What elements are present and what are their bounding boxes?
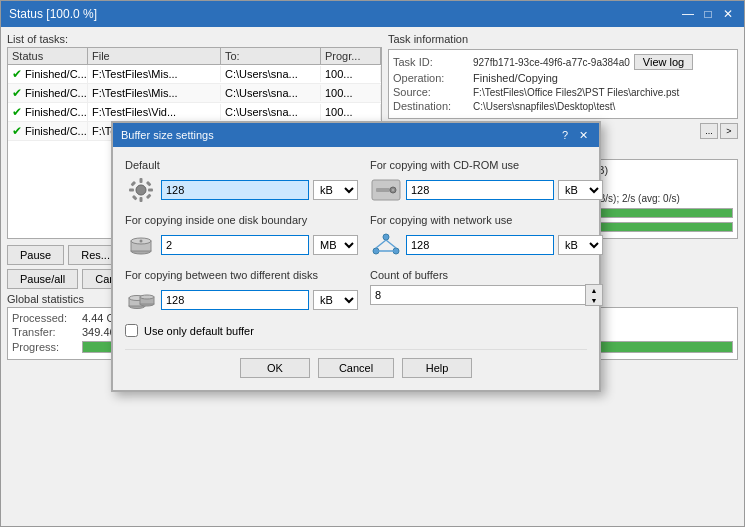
main-window: Status [100.0 %] — □ ✕ List of tasks: St…	[0, 0, 745, 527]
dialog-help-icon-button[interactable]: ?	[557, 128, 573, 142]
table-row[interactable]: ✔ Finished/C... F:\TestFiles\Mis... C:\U…	[8, 84, 381, 103]
dialog-buttons: OK Cancel Help	[125, 349, 587, 378]
operation-row: Operation: Finished/Copying	[393, 72, 733, 84]
spinner-down-button[interactable]: ▼	[586, 295, 602, 305]
svg-rect-6	[146, 181, 152, 187]
network-icon	[370, 229, 402, 261]
source-row: Source: F:\TestFiles\Office Files2\PST F…	[393, 86, 733, 98]
svg-rect-1	[140, 178, 143, 183]
table-row[interactable]: ✔ Finished/C... F:\TestFiles\Mis... C:\U…	[8, 65, 381, 84]
inside-disk-unit-select[interactable]: MB kB GB	[313, 235, 358, 255]
cdrom-label: For copying with CD-ROM use	[370, 159, 603, 171]
row4-status: ✔ Finished/C...	[8, 122, 88, 140]
buffers-field-group: Count of buffers ▲ ▼	[370, 269, 603, 306]
dialog-title-bar: Buffer size settings ? ✕	[113, 123, 599, 147]
check-icon: ✔	[12, 124, 22, 138]
svg-rect-8	[146, 193, 152, 199]
dialog-controls: ? ✕	[557, 128, 591, 142]
dialog-content: Default	[113, 147, 599, 390]
between-disks-field-row: kB MB GB	[125, 284, 358, 316]
inside-disk-field-group: For copying inside one disk boundary	[125, 214, 358, 261]
task-id-label: Task ID:	[393, 56, 473, 68]
svg-rect-2	[140, 197, 143, 202]
pause-all-button[interactable]: Pause/all	[7, 269, 78, 289]
col-status: Status	[8, 48, 88, 64]
svg-line-27	[386, 240, 396, 248]
window-title: Status [100.0 %]	[9, 7, 97, 21]
operation-value: Finished/Copying	[473, 72, 733, 84]
cancel-button[interactable]: Cancel	[318, 358, 394, 378]
spinner-up-button[interactable]: ▲	[586, 285, 602, 295]
svg-rect-20	[376, 188, 390, 192]
svg-point-23	[383, 234, 389, 240]
buffers-input[interactable]	[370, 285, 585, 305]
use-default-checkbox[interactable]	[125, 324, 138, 337]
spinner-buttons: ▲ ▼	[585, 284, 603, 306]
row1-progress: 100...	[321, 66, 381, 82]
svg-rect-5	[130, 181, 136, 187]
table-row[interactable]: ✔ Finished/C... F:\TestFiles\Vid... C:\U…	[8, 103, 381, 122]
row3-to: C:\Users\sna...	[221, 104, 321, 120]
col-file: File	[88, 48, 221, 64]
svg-point-18	[140, 295, 154, 299]
cdrom-unit-select[interactable]: kB MB GB	[558, 180, 603, 200]
col-to: To:	[221, 48, 321, 64]
cdrom-field-group: For copying with CD-ROM use	[370, 159, 603, 206]
buffers-spinner: ▲ ▼	[370, 284, 603, 306]
dialog-close-button[interactable]: ✕	[575, 128, 591, 142]
title-bar: Status [100.0 %] — □ ✕	[1, 1, 744, 27]
help-button[interactable]: Help	[402, 358, 472, 378]
default-field-row: kB MB GB	[125, 174, 358, 206]
svg-point-12	[140, 240, 143, 243]
svg-line-26	[376, 240, 386, 248]
task-id-row: Task ID: 927fb171-93ce-49f6-a77c-9a384a0…	[393, 54, 733, 70]
check-icon: ✔	[12, 67, 22, 81]
destination-label: Destination:	[393, 100, 473, 112]
inside-disk-input[interactable]	[161, 235, 309, 255]
task-id-value: 927fb171-93ce-49f6-a77c-9a384a0	[473, 57, 630, 68]
network-input[interactable]	[406, 235, 554, 255]
maximize-button[interactable]: □	[700, 6, 716, 22]
row1-file: F:\TestFiles\Mis...	[88, 66, 221, 82]
row2-status: ✔ Finished/C...	[8, 84, 88, 102]
single-disk-icon	[125, 229, 157, 261]
svg-rect-7	[132, 195, 138, 201]
pause-button[interactable]: Pause	[7, 245, 64, 265]
default-unit-select[interactable]: kB MB GB	[313, 180, 358, 200]
global-processed-label: Processed:	[12, 312, 82, 324]
default-input[interactable]	[161, 180, 309, 200]
network-unit-select[interactable]: kB MB GB	[558, 235, 603, 255]
check-icon: ✔	[12, 105, 22, 119]
between-disks-input[interactable]	[161, 290, 309, 310]
task-table-header: Status File To: Progr...	[8, 48, 381, 65]
svg-point-22	[392, 189, 394, 191]
scroll-right-button[interactable]: ...	[700, 123, 718, 139]
between-disks-label: For copying between two different disks	[125, 269, 358, 281]
minimize-button[interactable]: —	[680, 6, 696, 22]
source-value: F:\TestFiles\Office Files2\PST Files\arc…	[473, 87, 733, 98]
dialog-left: Default	[125, 159, 358, 337]
view-log-button[interactable]: View log	[634, 54, 693, 70]
svg-rect-4	[148, 189, 153, 192]
close-button[interactable]: ✕	[720, 6, 736, 22]
global-progress-label: Progress:	[12, 341, 82, 353]
dialog-title: Buffer size settings	[121, 129, 214, 141]
global-transfer-label: Transfer:	[12, 326, 82, 338]
check-icon: ✔	[12, 86, 22, 100]
dialog-right: For copying with CD-ROM use	[370, 159, 603, 337]
network-label: For copying with network use	[370, 214, 603, 226]
row3-file: F:\TestFiles\Vid...	[88, 104, 221, 120]
buffers-label: Count of buffers	[370, 269, 603, 281]
buffer-dialog: Buffer size settings ? ✕ Default	[111, 121, 601, 392]
inside-disk-field-row: MB kB GB	[125, 229, 358, 261]
ok-button[interactable]: OK	[240, 358, 310, 378]
destination-value: C:\Users\snapfiles\Desktop\test\	[473, 101, 733, 112]
between-disks-field-group: For copying between two different disks	[125, 269, 358, 316]
scroll-down-button[interactable]: >	[720, 123, 738, 139]
destination-row: Destination: C:\Users\snapfiles\Desktop\…	[393, 100, 733, 112]
task-list-label: List of tasks:	[7, 33, 382, 45]
title-controls: — □ ✕	[680, 6, 736, 22]
between-disks-unit-select[interactable]: kB MB GB	[313, 290, 358, 310]
task-info-grid: Task ID: 927fb171-93ce-49f6-a77c-9a384a0…	[388, 49, 738, 119]
cdrom-input[interactable]	[406, 180, 554, 200]
